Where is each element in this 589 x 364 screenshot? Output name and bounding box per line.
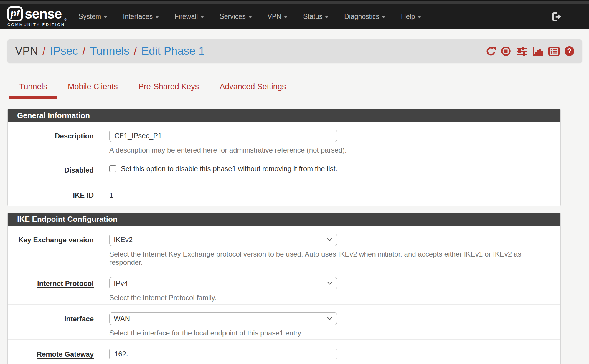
bar-chart-icon[interactable] [532, 46, 543, 56]
panel-title: General Information [17, 111, 90, 120]
internet-protocol-select[interactable]: IPv4 [109, 277, 337, 289]
registered-mark: ® [64, 18, 67, 21]
sliders-icon[interactable] [516, 46, 527, 56]
interface-help: Select the interface for the local endpo… [109, 329, 552, 337]
nav-menu: System Interfaces Firewall Services VPN … [79, 13, 421, 21]
form-row-key-exchange-version: Key Exchange version IKEv2 Select the In… [8, 226, 560, 269]
panel-general-information: General Information Description A descri… [7, 109, 561, 206]
description-input[interactable] [109, 130, 337, 142]
form-row-description: Description A description may be entered… [8, 122, 560, 157]
chevron-down-icon [382, 16, 385, 18]
description-help: A description may be entered here for ad… [109, 146, 552, 154]
edition-label: COMMUNITY EDITION [7, 22, 67, 27]
tab-advanced-settings[interactable]: Advanced Settings [209, 77, 296, 96]
chevron-down-icon [284, 16, 288, 18]
internet-protocol-label: Internet Protocol [8, 277, 94, 302]
main-navbar: pf sense ® COMMUNITY EDITION System Inte… [0, 4, 589, 29]
panel-ike-endpoint-configuration: IKE Endpoint Configuration Key Exchange … [7, 213, 561, 364]
form-row-remote-gateway: Remote Gateway Enter the public IP addre… [8, 339, 560, 364]
nav-item-system[interactable]: System [79, 13, 108, 21]
chevron-down-icon [200, 16, 204, 18]
help-icon[interactable]: ? [565, 46, 574, 56]
nav-item-vpn[interactable]: VPN [268, 13, 288, 21]
ike-id-label: IKE ID [8, 189, 94, 200]
pf-logo-box: pf [7, 6, 23, 21]
nav-item-label: Interfaces [123, 13, 153, 21]
disabled-checkbox-label: Set this option to disable this phase1 w… [121, 165, 337, 173]
key-exchange-version-help: Select the Internet Key Exchange protoco… [109, 250, 552, 267]
remote-gateway-input[interactable] [109, 348, 337, 360]
breadcrumb-link-edit-phase1[interactable]: Edit Phase 1 [141, 45, 205, 57]
brand-name: sense [25, 7, 62, 21]
chevron-down-icon [155, 16, 159, 18]
key-exchange-version-label: Key Exchange version [8, 234, 94, 267]
remote-gateway-label: Remote Gateway [8, 348, 94, 364]
panel-header: IKE Endpoint Configuration [8, 213, 560, 226]
log-icon[interactable] [548, 46, 560, 56]
tab-mobile-clients[interactable]: Mobile Clients [57, 77, 128, 96]
page-tabs: Tunnels Mobile Clients Pre-Shared Keys A… [9, 77, 589, 96]
breadcrumb-link-tunnels[interactable]: Tunnels [90, 45, 129, 57]
pfsense-logo[interactable]: pf sense ® COMMUNITY EDITION [7, 6, 67, 27]
form-row-internet-protocol: Internet Protocol IPv4 Select the Intern… [8, 269, 560, 304]
nav-item-firewall[interactable]: Firewall [174, 13, 204, 21]
refresh-icon[interactable] [486, 46, 496, 56]
nav-item-services[interactable]: Services [220, 13, 252, 21]
nav-item-label: Help [401, 13, 415, 21]
breadcrumb-separator: / [134, 45, 137, 57]
form-row-disabled: Disabled Set this option to disable this… [8, 157, 560, 182]
sign-out-icon[interactable] [552, 12, 562, 21]
disabled-checkbox[interactable] [109, 165, 116, 172]
breadcrumb-section: VPN [15, 45, 38, 57]
breadcrumb: VPN / IPsec / Tunnels / Edit Phase 1 [15, 45, 205, 57]
ike-id-value: 1 [109, 189, 552, 199]
nav-item-label: Firewall [174, 13, 198, 21]
window-top-strip [0, 0, 589, 4]
nav-item-diagnostics[interactable]: Diagnostics [344, 13, 385, 21]
nav-item-label: Status [303, 13, 322, 21]
description-label: Description [8, 130, 94, 154]
chevron-down-icon [248, 16, 252, 18]
form-row-interface: Interface WAN Select the interface for t… [8, 304, 560, 339]
form-row-ike-id: IKE ID 1 [8, 182, 560, 206]
tab-tunnels[interactable]: Tunnels [9, 77, 57, 96]
panel-title: IKE Endpoint Configuration [17, 215, 118, 224]
nav-item-label: System [79, 13, 101, 21]
status-toolbar: ? [486, 46, 574, 56]
key-exchange-version-select[interactable]: IKEv2 [109, 234, 337, 246]
nav-item-help[interactable]: Help [401, 13, 421, 21]
chevron-down-icon [325, 16, 329, 18]
nav-item-interfaces[interactable]: Interfaces [123, 13, 159, 21]
disabled-label: Disabled [8, 164, 94, 175]
chevron-down-icon [418, 16, 421, 18]
internet-protocol-help: Select the Internet Protocol family. [109, 294, 552, 302]
help-glyph: ? [565, 46, 574, 56]
nav-item-status[interactable]: Status [303, 13, 329, 21]
nav-item-label: Services [220, 13, 245, 21]
nav-item-label: VPN [268, 13, 281, 21]
breadcrumb-separator: / [83, 45, 86, 57]
chevron-down-icon [104, 16, 107, 18]
tab-pre-shared-keys[interactable]: Pre-Shared Keys [128, 77, 209, 96]
breadcrumb-bar: VPN / IPsec / Tunnels / Edit Phase 1 [7, 39, 582, 63]
breadcrumb-link-ipsec[interactable]: IPsec [50, 45, 78, 57]
stop-icon[interactable] [501, 46, 511, 56]
interface-select[interactable]: WAN [109, 312, 337, 325]
interface-label: Interface [8, 312, 94, 337]
breadcrumb-separator: / [42, 45, 46, 57]
nav-item-label: Diagnostics [344, 13, 379, 21]
panel-header: General Information [8, 109, 560, 122]
